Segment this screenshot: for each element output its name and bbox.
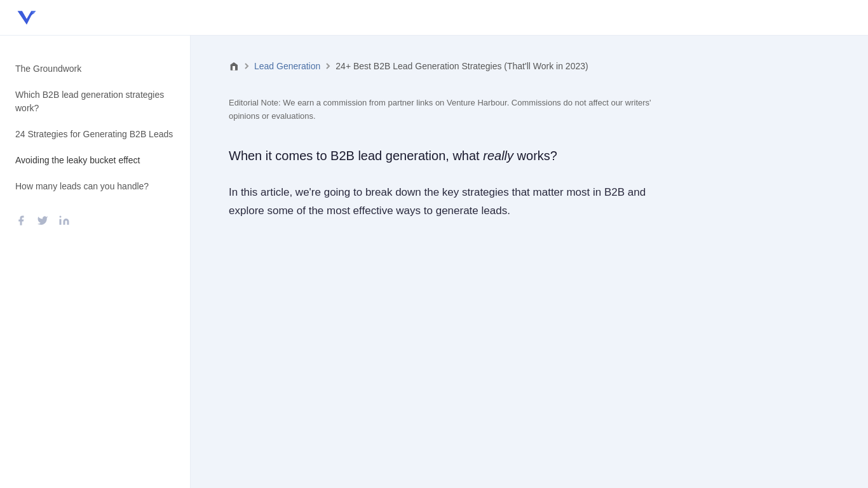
sidebar-social-links [0,200,190,229]
sidebar-item-how-many-leads[interactable]: How many leads can you handle? [15,173,175,200]
svg-rect-2 [60,219,62,225]
sidebar-item-the-groundwork[interactable]: The Groundwork [15,56,175,82]
breadcrumb-home[interactable] [229,61,239,71]
sidebar-item-leaky-bucket[interactable]: Avoiding the leaky bucket effect [15,147,175,173]
logo-icon [15,6,38,29]
sidebar-item-which-b2b[interactable]: Which B2B lead generation strategies wor… [15,82,175,121]
main-content: Lead Generation 24+ Best B2B Lead Genera… [191,36,868,488]
sidebar-navigation: The Groundwork Which B2B lead generation… [0,56,190,200]
home-icon [229,61,239,71]
intro-italic: really [483,149,513,163]
editorial-note: Editorial Note: We earn a commission fro… [229,97,674,123]
navbar [0,0,868,36]
logo[interactable] [15,6,38,29]
sidebar-item-24-strategies[interactable]: 24 Strategies for Generating B2B Leads [15,121,175,147]
linkedin-icon[interactable] [58,215,70,229]
article-intro-question: When it comes to B2B lead generation, wh… [229,146,674,165]
sidebar: The Groundwork Which B2B lead generation… [0,36,191,488]
breadcrumb-separator-1 [243,62,250,70]
breadcrumb-lead-generation[interactable]: Lead Generation [254,61,320,71]
page-wrapper: The Groundwork Which B2B lead generation… [0,36,868,488]
breadcrumb-current-page: 24+ Best B2B Lead Generation Strategies … [336,61,588,71]
breadcrumb: Lead Generation 24+ Best B2B Lead Genera… [229,61,830,71]
svg-point-3 [60,216,62,218]
article-paragraph-1: In this article, we're going to break do… [229,183,674,221]
twitter-icon[interactable] [37,215,48,229]
facebook-icon[interactable] [15,215,27,229]
article-body: Editorial Note: We earn a commission fro… [229,97,674,220]
breadcrumb-separator-2 [324,62,332,70]
